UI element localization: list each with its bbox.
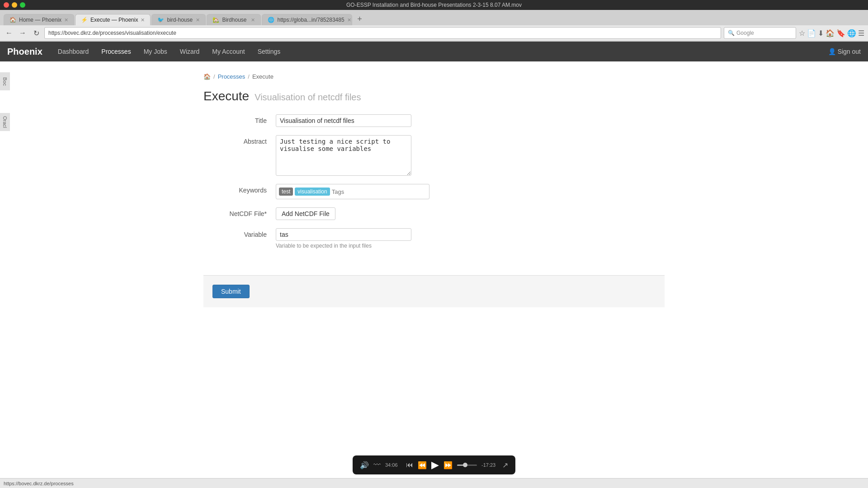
media-player: 🔊 〰 34:06 ⏮ ⏪ ▶ ⏩ -17:23 ↗: [353, 455, 515, 474]
title-label: Title: [203, 114, 276, 124]
globe-icon[interactable]: 🌐: [847, 29, 856, 38]
tag-test[interactable]: test: [279, 188, 293, 196]
variable-label: Variable: [203, 228, 276, 238]
player-progress-dot: [463, 463, 467, 467]
user-icon: 👤: [828, 48, 836, 55]
nav-bar: ← → ↻ https://bovec.dkrz.de/processes/vi…: [0, 25, 868, 41]
variable-hint: Variable to be expected in the input fil…: [276, 243, 411, 249]
tab-birdhouse-repo[interactable]: 🐦 bird-house ✕: [151, 14, 206, 25]
breadcrumb: 🏠 / Processes / Execute: [203, 69, 665, 84]
tag-text: test: [282, 188, 290, 195]
nav-icons: ☆ 📄 ⬇ 🏠 🔖 🌐 ☰: [799, 29, 864, 38]
skip-forward-icon[interactable]: ⏩: [443, 461, 453, 469]
breadcrumb-processes[interactable]: Processes: [218, 73, 245, 80]
skip-back-icon[interactable]: ⏪: [418, 461, 427, 469]
breadcrumb-sep1: /: [213, 73, 215, 80]
rewind-icon[interactable]: ⏮: [406, 461, 413, 469]
nav-item-settings[interactable]: Settings: [251, 42, 287, 61]
keywords-label: Keywords: [203, 184, 276, 194]
app-nav: Phoenix Dashboard Processes My Jobs Wiza…: [0, 42, 868, 61]
title-row: Title: [203, 114, 665, 127]
netcdf-row: NetCDF File* Add NetCDF File: [203, 207, 665, 220]
player-time-current: 34:06: [385, 462, 401, 468]
search-provider-icon: 🔍: [728, 30, 735, 36]
netcdf-label: NetCDF File*: [203, 207, 276, 217]
tab-birdhouse[interactable]: 🏡 Birdhouse ✕: [207, 14, 261, 25]
tab-close-icon[interactable]: ✕: [64, 17, 68, 23]
tags-input[interactable]: test visualisation: [276, 184, 429, 199]
address-text: https://bovec.dkrz.de/processes/visualis…: [48, 30, 176, 36]
tag-text: visualisation: [297, 188, 327, 195]
sign-out-button[interactable]: 👤 Sign out: [828, 48, 861, 55]
tab-favicon: 🌐: [268, 17, 274, 23]
tab-close-icon[interactable]: ✕: [251, 17, 255, 23]
tab-global[interactable]: 🌐 https://globa...in/785283485 ✕: [262, 14, 352, 25]
close-button[interactable]: [4, 2, 9, 8]
submit-button[interactable]: Submit: [212, 285, 250, 298]
tab-close-icon[interactable]: ✕: [347, 17, 351, 23]
window-title: GO-ESSP Installation and Bird-house Pres…: [346, 2, 522, 8]
app-logo: Phoenix: [7, 47, 42, 57]
search-bar[interactable]: 🔍 Google: [724, 27, 796, 39]
variable-row: Variable Variable to be expected in the …: [203, 228, 665, 249]
abstract-label: Abstract: [203, 135, 276, 145]
page-title-row: Execute Visualisation of netcdf files: [203, 89, 665, 103]
tab-label: Birdhouse: [222, 17, 246, 23]
title-input[interactable]: [276, 114, 411, 127]
statusbar: https://bovec.dkrz.de/processes: [0, 478, 868, 488]
tag-visualisation[interactable]: visualisation: [295, 188, 330, 196]
tags-inner-input[interactable]: [332, 188, 426, 195]
tab-label: Home — Phoenix: [19, 17, 61, 23]
tab-close-icon[interactable]: ✕: [141, 17, 145, 23]
back-button[interactable]: ←: [4, 28, 14, 38]
play-button[interactable]: ▶: [431, 459, 439, 471]
abstract-row: Abstract: [203, 135, 665, 176]
abstract-input[interactable]: [276, 135, 411, 176]
window-controls[interactable]: [4, 2, 25, 8]
tab-favicon: 🏠: [9, 17, 16, 23]
tab-close-icon[interactable]: ✕: [196, 17, 200, 23]
volume-icon[interactable]: 🔊: [360, 461, 369, 469]
forward-button[interactable]: →: [17, 28, 28, 38]
nav-item-myaccount[interactable]: My Account: [206, 42, 251, 61]
browser-chrome: 🏠 Home — Phoenix ✕ ⚡ Execute — Phoenix ✕…: [0, 10, 868, 42]
nav-item-processes[interactable]: Processes: [95, 42, 137, 61]
keywords-row: Keywords test visualisation: [203, 184, 665, 199]
new-tab-button[interactable]: +: [353, 13, 366, 25]
menu-icon[interactable]: ☰: [858, 29, 864, 38]
titlebar: GO-ESSP Installation and Bird-house Pres…: [0, 0, 868, 10]
breadcrumb-current: Execute: [252, 73, 274, 80]
player-progress-bar[interactable]: [457, 465, 477, 466]
execute-form: Title Abstract Keywords test visualisati…: [203, 114, 665, 266]
content-area: 🏠 / Processes / Execute Execute Visualis…: [194, 61, 674, 314]
bookmark-icon[interactable]: 🔖: [836, 29, 845, 38]
share-icon[interactable]: ↗: [502, 461, 508, 469]
reader-icon[interactable]: 📄: [807, 29, 816, 38]
tab-home[interactable]: 🏠 Home — Phoenix ✕: [4, 14, 74, 25]
breadcrumb-sep2: /: [248, 73, 250, 80]
download-icon[interactable]: ⬇: [818, 29, 824, 38]
nav-item-wizard[interactable]: Wizard: [174, 42, 206, 61]
audio-wave-icon[interactable]: 〰: [373, 461, 381, 469]
sidebar-hint-oracl: Oracl: [0, 113, 10, 131]
main-content: 🏠 / Processes / Execute Execute Visualis…: [0, 61, 868, 488]
refresh-button[interactable]: ↻: [31, 28, 42, 38]
sign-out-label: Sign out: [838, 48, 861, 55]
variable-input[interactable]: [276, 228, 411, 241]
maximize-button[interactable]: [20, 2, 25, 8]
breadcrumb-home-icon[interactable]: 🏠: [203, 73, 211, 80]
tab-execute[interactable]: ⚡ Execute — Phoenix ✕: [75, 14, 151, 25]
home-icon[interactable]: 🏠: [826, 29, 835, 38]
minimize-button[interactable]: [12, 2, 17, 8]
nav-item-myjobs[interactable]: My Jobs: [137, 42, 174, 61]
statusbar-url: https://bovec.dkrz.de/processes: [4, 481, 74, 486]
nav-item-dashboard[interactable]: Dashboard: [52, 42, 95, 61]
address-bar[interactable]: https://bovec.dkrz.de/processes/visualis…: [44, 27, 721, 39]
tab-favicon: 🐦: [157, 17, 164, 23]
add-netcdf-button[interactable]: Add NetCDF File: [276, 207, 335, 220]
sidebar-hint-boc: Boc: [0, 72, 10, 90]
submit-section: Submit: [203, 275, 665, 307]
tabs-bar: 🏠 Home — Phoenix ✕ ⚡ Execute — Phoenix ✕…: [0, 10, 868, 25]
bookmark-star-icon[interactable]: ☆: [799, 29, 805, 38]
tab-label: Execute — Phoenix: [90, 17, 138, 23]
